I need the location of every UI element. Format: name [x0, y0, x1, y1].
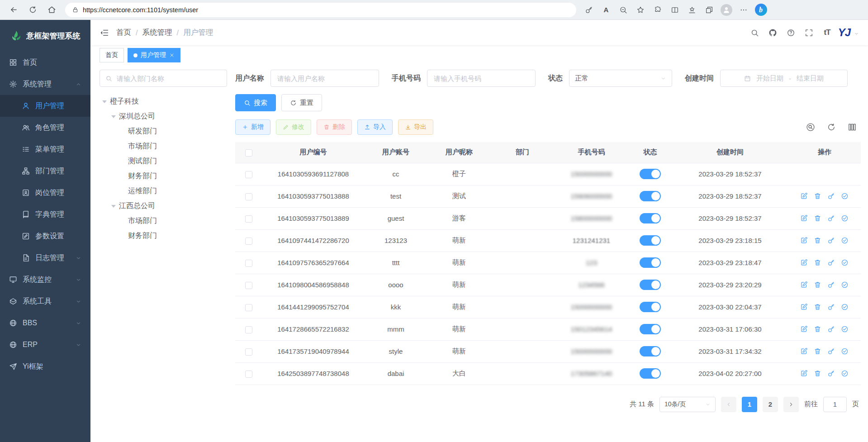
status-toggle[interactable] [640, 235, 661, 246]
assign-role-icon[interactable] [841, 325, 849, 333]
tree-node[interactable]: 深圳总公司 [100, 109, 227, 124]
reset-password-icon[interactable] [827, 237, 835, 245]
delete-row-icon[interactable] [814, 192, 822, 200]
edit-row-icon[interactable] [800, 325, 808, 333]
assign-role-icon[interactable] [841, 259, 849, 267]
next-page-button[interactable] [783, 397, 799, 412]
sidebar-item-5[interactable]: 部门管理 [0, 160, 90, 182]
edit-row-icon[interactable] [800, 259, 808, 267]
prev-page-button[interactable] [721, 397, 736, 412]
status-toggle[interactable] [640, 368, 661, 379]
status-toggle[interactable] [640, 280, 661, 290]
header-search-icon[interactable] [748, 25, 762, 40]
row-checkbox[interactable] [245, 348, 252, 356]
tree-node[interactable]: 市场部门 [100, 214, 227, 228]
sidebar-item-3[interactable]: 角色管理 [0, 117, 90, 138]
row-checkbox[interactable] [245, 326, 252, 333]
edit-row-icon[interactable] [800, 214, 808, 223]
close-tab-icon[interactable] [169, 52, 175, 58]
reset-password-icon[interactable] [827, 325, 835, 333]
reset-password-icon[interactable] [827, 347, 835, 356]
collapse-sidebar-icon[interactable] [100, 28, 109, 38]
sidebar-item-4[interactable]: 菜单管理 [0, 138, 90, 160]
username-input[interactable] [276, 74, 373, 83]
assign-role-icon[interactable] [841, 192, 849, 200]
tree-node[interactable]: 财务部门 [100, 169, 227, 184]
tree-node[interactable]: 运维部门 [100, 184, 227, 199]
help-icon[interactable] [784, 25, 798, 40]
import-button[interactable]: 导入 [357, 119, 393, 135]
sidebar-item-14[interactable]: Yi框架 [0, 356, 90, 377]
tree-node[interactable]: 橙子科技 [100, 94, 227, 109]
select-all-checkbox[interactable] [245, 149, 252, 157]
column-settings-button[interactable] [845, 120, 859, 134]
breadcrumb-home[interactable]: 首页 [116, 28, 131, 38]
status-toggle[interactable] [640, 302, 661, 312]
delete-button[interactable]: 删除 [317, 119, 352, 135]
reset-password-icon[interactable] [827, 192, 835, 200]
status-toggle[interactable] [640, 213, 661, 223]
phone-input[interactable] [433, 74, 530, 83]
breadcrumb-system[interactable]: 系统管理 [142, 28, 172, 38]
browser-home-button[interactable] [43, 2, 61, 18]
reset-password-icon[interactable] [827, 370, 835, 378]
status-toggle[interactable] [640, 346, 661, 356]
reset-password-icon[interactable] [827, 259, 835, 267]
sidebar-item-11[interactable]: 系统工具 [0, 290, 90, 312]
row-checkbox[interactable] [245, 371, 252, 378]
zoom-out-icon[interactable] [615, 2, 631, 18]
status-select[interactable]: 正常 [569, 70, 672, 87]
dept-search-input[interactable] [116, 74, 221, 83]
tab-user-management[interactable]: 用户管理 [128, 48, 180, 62]
fullscreen-icon[interactable] [802, 25, 816, 40]
status-toggle[interactable] [640, 257, 661, 268]
reset-password-icon[interactable] [827, 214, 835, 223]
read-aloud-icon[interactable]: A [598, 2, 614, 18]
edit-row-icon[interactable] [800, 370, 808, 378]
browser-refresh-button[interactable] [24, 2, 42, 18]
edit-row-icon[interactable] [800, 237, 808, 245]
delete-row-icon[interactable] [814, 370, 822, 378]
delete-row-icon[interactable] [814, 347, 822, 356]
toggle-search-button[interactable] [804, 120, 817, 134]
row-checkbox[interactable] [245, 238, 252, 245]
tree-node[interactable]: 测试部门 [100, 154, 227, 169]
font-size-icon[interactable]: tT [820, 25, 835, 40]
sidebar-item-12[interactable]: BBS [0, 312, 90, 334]
delete-row-icon[interactable] [814, 303, 822, 311]
browser-back-button[interactable] [5, 2, 23, 18]
github-icon[interactable] [766, 25, 780, 40]
user-logo[interactable]: YJ [838, 26, 850, 39]
tree-node[interactable]: 市场部门 [100, 139, 227, 154]
delete-row-icon[interactable] [814, 281, 822, 289]
extensions-icon[interactable] [650, 2, 666, 18]
status-toggle[interactable] [640, 191, 661, 201]
status-toggle[interactable] [640, 324, 661, 334]
reset-button[interactable]: 重置 [281, 94, 322, 111]
user-menu-caret-icon[interactable] [854, 31, 859, 36]
row-checkbox[interactable] [245, 215, 252, 223]
edit-row-icon[interactable] [800, 303, 808, 311]
row-checkbox[interactable] [245, 304, 252, 311]
assign-role-icon[interactable] [841, 370, 849, 378]
sidebar-item-0[interactable]: 首页 [0, 52, 90, 73]
favorites-bar-icon[interactable] [684, 2, 700, 18]
edit-row-icon[interactable] [800, 192, 808, 200]
edit-row-icon[interactable] [800, 281, 808, 289]
assign-role-icon[interactable] [841, 237, 849, 245]
row-checkbox[interactable] [245, 171, 252, 178]
copilot-icon[interactable]: b [753, 2, 769, 18]
sidebar-item-13[interactable]: ERP [0, 334, 90, 356]
split-screen-icon[interactable] [667, 2, 683, 18]
tree-node[interactable]: 研发部门 [100, 124, 227, 139]
reset-password-icon[interactable] [827, 303, 835, 311]
page-size-select[interactable]: 10条/页 [659, 397, 716, 412]
delete-row-icon[interactable] [814, 237, 822, 245]
search-button[interactable]: 搜索 [235, 94, 276, 111]
more-options-icon[interactable] [735, 2, 752, 18]
edit-button[interactable]: 修改 [276, 119, 311, 135]
row-checkbox[interactable] [245, 282, 252, 289]
sidebar-item-10[interactable]: 系统监控 [0, 269, 90, 290]
sidebar-item-7[interactable]: 字典管理 [0, 204, 90, 225]
delete-row-icon[interactable] [814, 214, 822, 223]
